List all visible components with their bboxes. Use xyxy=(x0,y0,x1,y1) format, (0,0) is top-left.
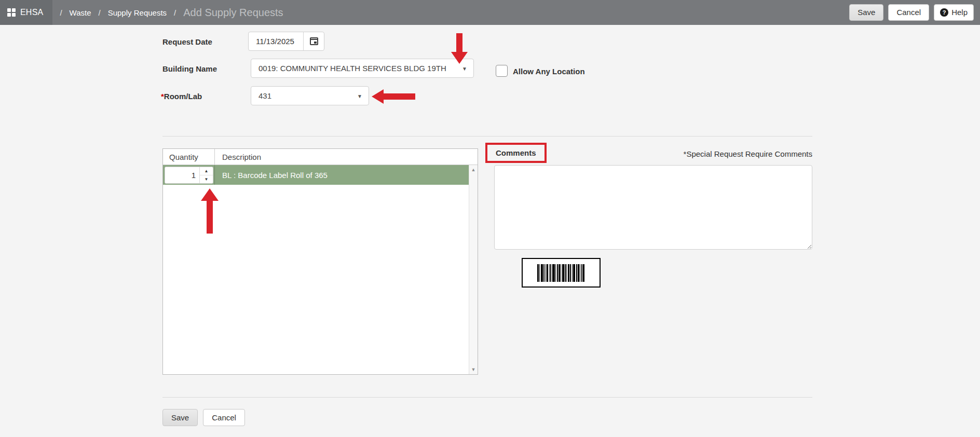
help-icon: ? xyxy=(940,8,948,17)
request-date-input[interactable] xyxy=(249,32,303,50)
comments-label: Comments xyxy=(496,148,536,157)
section-divider xyxy=(162,136,812,136)
help-label: Help xyxy=(951,8,968,17)
topbar-actions: Save Cancel ? Help xyxy=(849,4,980,20)
breadcrumb-separator: / xyxy=(60,8,62,17)
quantity-cell: ▲ ▼ xyxy=(163,165,215,185)
annotation-arrow-down-icon xyxy=(451,52,468,64)
footer-actions: Save Cancel xyxy=(162,409,245,426)
quantity-column-header: Quantity xyxy=(163,149,215,165)
comments-textarea[interactable] xyxy=(494,165,812,250)
annotation-arrow-up-shaft xyxy=(207,200,213,234)
quantity-spin-buttons: ▲ ▼ xyxy=(199,167,213,183)
special-request-note: *Special Request Require Comments xyxy=(684,149,812,158)
grid-icon xyxy=(7,8,16,17)
breadcrumb-separator: / xyxy=(174,8,176,17)
add-supply-requests-page: EHSA / Waste / Supply Requests / Add Sup… xyxy=(0,0,980,437)
building-name-dropdown[interactable]: 0019: COMMUNITY HEALTH SERVICES BLDG 19T… xyxy=(251,59,474,78)
top-navigation-bar: EHSA / Waste / Supply Requests / Add Sup… xyxy=(0,0,980,25)
barcode-image xyxy=(522,258,601,288)
annotation-arrow-up-icon xyxy=(201,188,219,201)
decrement-button[interactable]: ▼ xyxy=(200,175,213,183)
calendar-button[interactable] xyxy=(303,32,324,50)
calendar-icon xyxy=(310,37,318,45)
room-lab-value: 431 xyxy=(258,91,271,100)
request-date-picker xyxy=(248,32,324,51)
save-button-top[interactable]: Save xyxy=(849,4,883,20)
table-row[interactable]: ▲ ▼ BL : Barcode Label Roll of 365 xyxy=(163,165,469,185)
cancel-button-top[interactable]: Cancel xyxy=(888,4,929,20)
page-title: Add Supply Requests xyxy=(183,7,283,19)
table-header-row: Quantity Description xyxy=(163,149,478,165)
allow-any-location-label[interactable]: Allow Any Location xyxy=(513,67,585,76)
supply-items-table: Quantity Description ▲ ▼ BL : Barcode La… xyxy=(162,148,478,375)
app-logo-tab[interactable]: EHSA xyxy=(0,0,52,25)
scroll-down-icon[interactable]: ▼ xyxy=(469,367,478,372)
building-name-label: Building Name xyxy=(162,64,217,73)
chevron-down-icon: ▼ xyxy=(357,93,362,99)
allow-any-location-checkbox[interactable] xyxy=(496,65,508,77)
save-button-bottom[interactable]: Save xyxy=(162,409,198,426)
comments-label-annotation: Comments xyxy=(485,143,547,163)
barcode-bars xyxy=(537,264,586,282)
annotation-arrow-left-shaft xyxy=(383,93,415,100)
chevron-down-icon: ▼ xyxy=(462,65,467,71)
annotation-arrow-down-shaft xyxy=(456,33,462,52)
breadcrumb-separator: / xyxy=(99,8,101,17)
breadcrumb-item-waste[interactable]: Waste xyxy=(70,8,91,17)
description-cell: BL : Barcode Label Roll of 365 xyxy=(215,165,469,185)
description-column-header: Description xyxy=(215,149,478,165)
increment-button[interactable]: ▲ xyxy=(200,167,213,175)
annotation-arrow-left-icon xyxy=(372,89,384,104)
building-name-value: 0019: COMMUNITY HEALTH SERVICES BLDG 19T… xyxy=(258,64,446,73)
cancel-button-bottom[interactable]: Cancel xyxy=(203,409,245,426)
quantity-stepper: ▲ ▼ xyxy=(165,167,213,184)
quantity-input[interactable] xyxy=(165,167,199,183)
table-scrollbar[interactable]: ▲ ▼ xyxy=(469,165,478,374)
room-lab-dropdown[interactable]: 431 ▼ xyxy=(251,86,369,105)
footer-divider xyxy=(162,397,812,398)
breadcrumb: / Waste / Supply Requests / Add Supply R… xyxy=(60,7,283,19)
scroll-up-icon[interactable]: ▲ xyxy=(469,167,478,172)
room-lab-label: *Room/Lab xyxy=(161,92,202,101)
help-button[interactable]: ? Help xyxy=(934,4,974,20)
request-date-label: Request Date xyxy=(162,37,212,46)
breadcrumb-item-supply-requests[interactable]: Supply Requests xyxy=(108,8,167,17)
app-name: EHSA xyxy=(20,8,43,17)
